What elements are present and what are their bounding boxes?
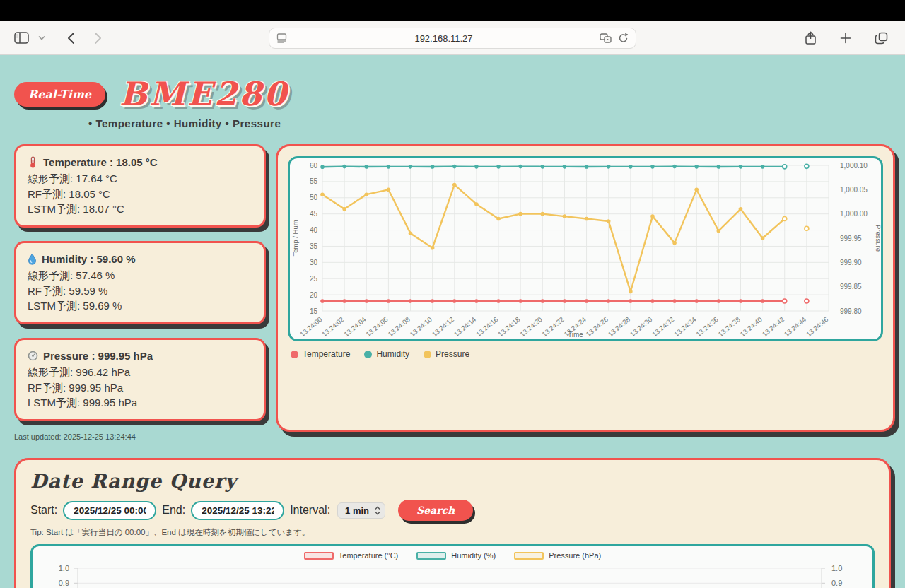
svg-text:999.90: 999.90: [840, 259, 862, 266]
sidebar-icon: [14, 32, 29, 44]
legend-item-temperature[interactable]: Temperature: [291, 349, 350, 359]
legend-swatch-icon: [304, 552, 334, 560]
back-button[interactable]: [61, 28, 81, 48]
svg-text:13:24:34: 13:24:34: [672, 315, 697, 338]
pressure-lstm-prediction: LSTM予測: 999.95 hPa: [28, 395, 252, 411]
svg-text:13:24:10: 13:24:10: [409, 315, 433, 338]
svg-text:13:24:18: 13:24:18: [496, 315, 521, 338]
svg-text:0.9: 0.9: [59, 579, 69, 587]
start-label: Start:: [30, 504, 57, 517]
start-input[interactable]: [63, 501, 156, 520]
pressure-rf-prediction: RF予測: 999.95 hPa: [28, 380, 252, 396]
forward-button[interactable]: [88, 28, 107, 48]
search-button[interactable]: Search: [398, 500, 473, 521]
realtime-chart-legend: TemperatureHumidityPressure: [291, 349, 883, 359]
svg-text:13:24:06: 13:24:06: [364, 315, 389, 338]
svg-text:13:24:00: 13:24:00: [298, 315, 323, 338]
share-button[interactable]: [800, 28, 820, 48]
page-title: BME280: [119, 78, 288, 110]
legend-label: Pressure (hPa): [549, 551, 601, 560]
realtime-chart-card: 13:24:0013:24:0213:24:0413:24:0613:24:08…: [276, 144, 895, 432]
legend-item[interactable]: Humidity (%): [416, 551, 496, 560]
legend-label: Pressure: [436, 349, 469, 359]
svg-text:999.95: 999.95: [840, 235, 862, 242]
humidity-lstm-prediction: LSTM予測: 59.69 %: [28, 298, 252, 314]
svg-text:50: 50: [310, 194, 318, 201]
svg-text:Time: Time: [568, 331, 583, 339]
legend-label: Humidity: [376, 349, 409, 359]
svg-text:13:24:28: 13:24:28: [607, 315, 631, 338]
last-updated-text: Last updated: 2025-12-25 13:24:44: [14, 433, 266, 441]
humidity-linear-prediction: 線形予測: 57.46 %: [28, 268, 252, 283]
temperature-title: Temperature : 18.05 °C: [43, 155, 158, 170]
pressure-card: Pressure : 999.95 hPa 線形予測: 996.42 hPa R…: [14, 338, 266, 421]
realtime-badge: Real-Time: [14, 82, 105, 107]
pressure-linear-prediction: 線形予測: 996.42 hPa: [28, 365, 252, 380]
query-chart-legend: Temperature (°C)Humidity (%)Pressure (hP…: [38, 550, 867, 561]
svg-text:30: 30: [310, 259, 318, 266]
header: Real-Time BME280 • Temperature • Humidit…: [0, 55, 905, 129]
query-tip: Tip: Start は「実行当日の 00:00」、End は現在時刻を初期値に…: [30, 527, 875, 538]
reader-icon[interactable]: [276, 33, 288, 43]
temperature-card: Temperature : 18.05 °C 線形予測: 17.64 °C RF…: [14, 144, 266, 228]
query-title: Date Range Query: [30, 470, 875, 492]
svg-text:13:24:26: 13:24:26: [585, 315, 609, 338]
sidebar-toggle-button[interactable]: [11, 28, 31, 48]
svg-text:1,000.05: 1,000.05: [840, 186, 868, 194]
svg-text:25: 25: [310, 275, 318, 283]
chevron-down-icon[interactable]: [38, 35, 45, 40]
svg-text:13:24:14: 13:24:14: [452, 315, 477, 338]
legend-item-pressure[interactable]: Pressure: [424, 349, 469, 359]
svg-text:15: 15: [310, 307, 318, 315]
tab-overview-button[interactable]: [871, 28, 891, 48]
chevron-right-icon: [94, 32, 102, 45]
query-chart: Temperature (°C)Humidity (%)Pressure (hP…: [30, 544, 875, 588]
svg-text:45: 45: [310, 210, 318, 218]
bme280-dashboard: Real-Time BME280 • Temperature • Humidit…: [0, 55, 905, 588]
page-subtitle: • Temperature • Humidity • Pressure: [88, 117, 905, 129]
gauge-icon: [28, 351, 38, 361]
reload-icon[interactable]: [618, 33, 629, 44]
realtime-chart: 13:24:0013:24:0213:24:0413:24:0613:24:08…: [288, 156, 883, 341]
plus-icon: [840, 33, 851, 44]
temperature-lstm-prediction: LSTM予測: 18.07 °C: [28, 201, 252, 217]
legend-item-humidity[interactable]: Humidity: [364, 349, 409, 359]
interval-value: 1 min: [345, 505, 369, 516]
translate-icon[interactable]: [600, 33, 612, 44]
svg-text:13:24:04: 13:24:04: [342, 315, 367, 338]
svg-text:13:24:02: 13:24:02: [320, 315, 345, 338]
svg-text:1.0: 1.0: [831, 564, 842, 572]
thermometer-icon: [28, 156, 38, 168]
legend-item[interactable]: Pressure (hPa): [514, 551, 601, 560]
svg-text:13:24:46: 13:24:46: [805, 315, 829, 338]
chevron-left-icon: [67, 32, 75, 45]
new-tab-button[interactable]: [836, 28, 856, 48]
stepper-icon: [375, 506, 380, 515]
url-field[interactable]: [288, 33, 600, 44]
svg-text:1,000.00: 1,000.00: [840, 210, 868, 218]
interval-select[interactable]: 1 min: [337, 502, 385, 519]
legend-label: Temperature: [303, 349, 350, 359]
svg-text:1.0: 1.0: [59, 564, 69, 572]
humidity-card: Humidity : 59.60 % 線形予測: 57.46 % RF予測: 5…: [14, 241, 266, 324]
browser-toolbar: [0, 21, 905, 55]
svg-text:13:24:20: 13:24:20: [518, 315, 543, 338]
end-input[interactable]: [191, 501, 284, 520]
address-bar[interactable]: [269, 28, 636, 49]
humidity-dot-icon: [364, 351, 372, 358]
svg-text:35: 35: [310, 242, 318, 250]
humidity-rf-prediction: RF予測: 59.59 %: [28, 283, 252, 299]
svg-text:13:24:42: 13:24:42: [761, 315, 786, 338]
realtime-chart-canvas: 13:24:0013:24:0213:24:0413:24:0613:24:08…: [290, 158, 881, 341]
svg-text:Temp / Hum: Temp / Hum: [291, 220, 299, 256]
svg-text:55: 55: [310, 177, 318, 185]
end-label: End:: [162, 504, 185, 517]
date-range-query-card: Date Range Query Start: End: Interval: 1…: [14, 458, 891, 588]
legend-item[interactable]: Temperature (°C): [304, 551, 398, 560]
droplet-icon: [28, 253, 37, 265]
svg-text:13:24:12: 13:24:12: [431, 315, 455, 338]
svg-text:40: 40: [310, 226, 318, 234]
svg-text:999.80: 999.80: [840, 307, 862, 315]
svg-text:0.9: 0.9: [831, 579, 842, 587]
svg-text:60: 60: [310, 162, 318, 170]
